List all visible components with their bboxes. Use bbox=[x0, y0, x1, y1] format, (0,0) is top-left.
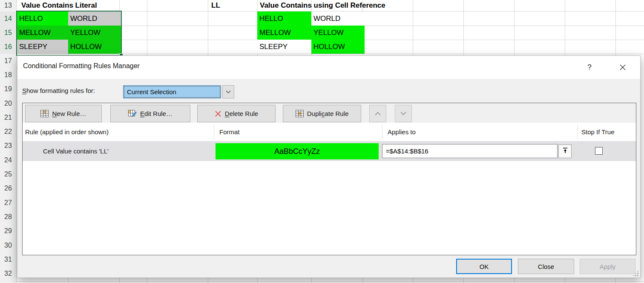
show-rules-label: Show formatting rules for: bbox=[22, 87, 95, 94]
cell-f16[interactable]: SLEEPY bbox=[257, 40, 313, 54]
row-header-24[interactable]: 24 bbox=[0, 153, 16, 167]
row-header-16[interactable]: 16 bbox=[0, 40, 16, 54]
table-grid-icon bbox=[296, 110, 304, 117]
row-header-18[interactable]: 18 bbox=[0, 68, 16, 82]
move-rule-down-button[interactable] bbox=[395, 105, 412, 122]
table-grid-icon bbox=[40, 110, 49, 117]
row-header-14[interactable]: 14 bbox=[0, 12, 16, 26]
row-header-17[interactable]: 17 bbox=[0, 54, 16, 68]
apply-button[interactable]: Apply bbox=[580, 259, 635, 274]
move-rule-up-button[interactable] bbox=[369, 105, 386, 122]
ok-button[interactable]: OK bbox=[456, 259, 512, 274]
rules-panel: New Rule… Edit Rule… Delete Rule bbox=[22, 103, 636, 255]
stop-if-true-checkbox[interactable] bbox=[595, 147, 603, 155]
delete-rule-label: Delete Rule bbox=[225, 110, 258, 117]
row-header-13[interactable]: 13 bbox=[0, 0, 16, 11]
column-rule: Rule (applied in order shown) bbox=[25, 123, 109, 141]
cell-f14[interactable]: HELLO bbox=[257, 12, 313, 26]
dialog-titlebar[interactable]: Conditional Formatting Rules Manager ? bbox=[17, 56, 640, 79]
gridline bbox=[16, 281, 644, 282]
delete-rule-button[interactable]: Delete Rule bbox=[197, 105, 276, 122]
red-x-icon bbox=[215, 110, 221, 117]
close-button[interactable]: Close bbox=[518, 259, 574, 274]
edit-rule-label: Edit Rule… bbox=[140, 110, 172, 117]
rules-list-header: Rule (applied in order shown) Format App… bbox=[23, 123, 636, 141]
row-header-15[interactable]: 15 bbox=[0, 26, 16, 40]
column-divider bbox=[382, 124, 382, 139]
column-format: Format bbox=[219, 123, 240, 141]
column-stop-if-true: Stop If True bbox=[581, 123, 615, 141]
table-pencil-icon bbox=[128, 110, 137, 118]
row-header-29[interactable]: 29 bbox=[0, 224, 16, 238]
column-applies-to: Applies to bbox=[388, 123, 416, 141]
row-header-31[interactable]: 31 bbox=[0, 252, 16, 266]
rule-format-preview: AaBbCcYyZz bbox=[216, 143, 379, 159]
show-rules-selected-value: Current Selection bbox=[124, 86, 220, 98]
column-divider bbox=[214, 124, 214, 139]
row-header-32[interactable]: 32 bbox=[0, 267, 16, 281]
row-header-23[interactable]: 23 bbox=[0, 139, 16, 153]
collapse-arrow-up-icon bbox=[562, 147, 568, 156]
row-header-30[interactable]: 30 bbox=[0, 238, 16, 252]
range-picker-button[interactable] bbox=[558, 144, 572, 158]
rule-name: Cell Value contains 'LL' bbox=[43, 141, 109, 161]
cell-lookup-value[interactable]: LL bbox=[209, 0, 254, 11]
cell-g14[interactable]: WORLD bbox=[311, 12, 365, 26]
row-header-21[interactable]: 21 bbox=[0, 110, 16, 124]
cell-f15[interactable]: MELLOW bbox=[257, 26, 313, 40]
cell-header-literal[interactable]: Value Contains Literal bbox=[19, 0, 149, 11]
new-rule-button[interactable]: New Rule… bbox=[25, 105, 102, 122]
row-header-20[interactable]: 20 bbox=[0, 96, 16, 110]
rules-toolbar: New Rule… Edit Rule… Delete Rule bbox=[23, 103, 636, 123]
resize-grip[interactable] bbox=[633, 271, 638, 276]
row-header-26[interactable]: 26 bbox=[0, 182, 16, 196]
row-header-19[interactable]: 19 bbox=[0, 82, 16, 96]
row-header-27[interactable]: 27 bbox=[0, 196, 16, 210]
rule-row[interactable]: Cell Value contains 'LL' AaBbCcYyZz =$A$… bbox=[23, 141, 636, 161]
new-rule-label: New Rule… bbox=[52, 110, 86, 117]
cf-rules-manager-dialog: Conditional Formatting Rules Manager ? S… bbox=[17, 55, 641, 278]
column-divider bbox=[577, 124, 578, 139]
chevron-up-icon bbox=[375, 112, 381, 116]
row-header-22[interactable]: 22 bbox=[0, 125, 16, 139]
cell-header-reference[interactable]: Value Contains using Cell Reference bbox=[257, 0, 447, 11]
selection-outline bbox=[16, 11, 122, 56]
excel-screen: 1314151617181920212223242526272829303132… bbox=[0, 0, 644, 283]
row-header-column: 1314151617181920212223242526272829303132 bbox=[0, 0, 17, 283]
help-icon[interactable]: ? bbox=[582, 60, 597, 75]
close-icon[interactable] bbox=[615, 60, 630, 75]
applies-to-input[interactable]: =$A$14:$B$16 bbox=[382, 144, 558, 158]
show-rules-dropdown[interactable]: Current Selection bbox=[123, 85, 221, 98]
row-header-28[interactable]: 28 bbox=[0, 210, 16, 224]
chevron-down-icon bbox=[400, 112, 406, 116]
dialog-title: Conditional Formatting Rules Manager bbox=[23, 62, 140, 70]
duplicate-rule-label: Duplicate Rule bbox=[307, 110, 349, 117]
row-header-25[interactable]: 25 bbox=[0, 167, 16, 181]
cell-g16[interactable]: HOLLOW bbox=[311, 40, 365, 54]
edit-rule-button[interactable]: Edit Rule… bbox=[110, 105, 190, 122]
dropdown-chevron-down-icon[interactable] bbox=[222, 85, 234, 98]
duplicate-rule-button[interactable]: Duplicate Rule bbox=[283, 105, 361, 122]
cell-g15[interactable]: YELLOW bbox=[311, 26, 365, 40]
